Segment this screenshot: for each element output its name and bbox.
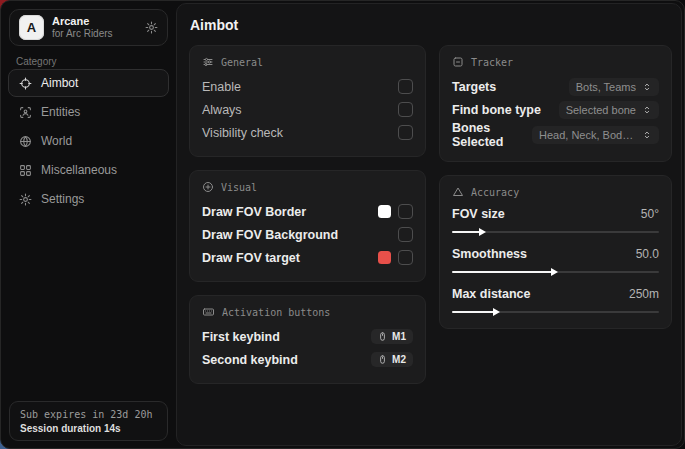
- setting-row-find-bone-type: Find bone type Selected bone: [452, 98, 659, 121]
- setting-row-max-distance: Max distance 250m: [452, 285, 659, 316]
- keyboard-icon: [202, 306, 215, 318]
- mouse-icon: [378, 354, 387, 365]
- crosshair-icon: [19, 77, 32, 90]
- globe-icon: [19, 135, 32, 148]
- sliders-icon: [202, 56, 214, 68]
- sidebar-item-label: Settings: [41, 192, 84, 206]
- setting-row-targets: Targets Bots, Teams: [452, 75, 659, 98]
- unfold-icon: [642, 105, 652, 115]
- unfold-icon: [642, 82, 652, 92]
- bones-selected-dropdown[interactable]: Head, Neck, Body, Fe..: [532, 126, 659, 144]
- sidebar-item-settings[interactable]: Settings: [8, 185, 169, 213]
- always-checkbox[interactable]: [398, 102, 413, 117]
- card-title: Tracker: [471, 57, 513, 68]
- session-duration: Session duration 14s: [20, 423, 157, 434]
- fov-border-color-swatch[interactable]: [378, 205, 391, 218]
- main-panel: Aimbot General Enable Always: [176, 3, 682, 446]
- sidebar-item-label: World: [41, 134, 72, 148]
- smoothness-slider[interactable]: [452, 267, 659, 276]
- tracker-card: Tracker Targets Bots, Teams Find bone ty…: [439, 45, 672, 162]
- column-right: Tracker Targets Bots, Teams Find bone ty…: [439, 45, 672, 329]
- grid-icon: [19, 164, 32, 177]
- mouse-icon: [378, 331, 387, 342]
- smoothness-value: 50.0: [636, 247, 659, 261]
- slider-thumb[interactable]: [551, 268, 558, 276]
- card-title: Visual: [221, 182, 257, 193]
- setting-row-second-keybind: Second keybind M2: [202, 348, 413, 371]
- visual-card: Visual Draw FOV Border Draw FOV Backgrou…: [189, 170, 426, 282]
- second-keybind-button[interactable]: M2: [371, 352, 413, 367]
- sidebar-item-world[interactable]: World: [8, 127, 169, 155]
- general-card: General Enable Always Visibility check: [189, 45, 426, 157]
- subscription-expiry: Sub expires in 23d 20h: [20, 409, 157, 420]
- sidebar-item-entities[interactable]: Entities: [8, 98, 169, 126]
- fov-border-checkbox[interactable]: [398, 204, 413, 219]
- triangle-icon: [452, 186, 464, 198]
- sidebar-nav: Aimbot Entities World: [8, 69, 169, 214]
- setting-row-first-keybind: First keybind M1: [202, 325, 413, 348]
- visibility-check-checkbox[interactable]: [398, 125, 413, 140]
- sidebar: A Arcane for Arc Riders Category Aimbot: [1, 1, 176, 448]
- column-left: General Enable Always Visibility check: [189, 45, 426, 384]
- sidebar-item-label: Entities: [41, 105, 80, 119]
- max-distance-slider[interactable]: [452, 307, 659, 316]
- circle-plus-icon: [202, 181, 214, 193]
- setting-row-fov-background: Draw FOV Background: [202, 223, 413, 246]
- gear-icon: [19, 193, 32, 206]
- fov-target-checkbox[interactable]: [398, 250, 413, 265]
- max-distance-value: 250m: [629, 287, 659, 301]
- fov-size-value: 50°: [641, 207, 659, 221]
- fov-background-checkbox[interactable]: [398, 227, 413, 242]
- fov-size-slider[interactable]: [452, 227, 659, 236]
- activation-card: Activation buttons First keybind M1 Seco…: [189, 295, 426, 384]
- brand-gear-icon[interactable]: [145, 21, 158, 34]
- sidebar-item-label: Miscellaneous: [41, 163, 117, 177]
- square-minus-icon: [452, 56, 464, 68]
- first-keybind-button[interactable]: M1: [371, 329, 413, 344]
- find-bone-type-dropdown[interactable]: Selected bone: [559, 101, 659, 119]
- accuracy-card: Accuracy FOV size 50°: [439, 175, 672, 329]
- subscription-card: Sub expires in 23d 20h Session duration …: [9, 401, 168, 441]
- sidebar-item-miscellaneous[interactable]: Miscellaneous: [8, 156, 169, 184]
- setting-row-smoothness: Smoothness 50.0: [452, 245, 659, 276]
- card-title: Activation buttons: [222, 307, 330, 318]
- app-logo: A: [19, 15, 44, 40]
- sidebar-item-aimbot[interactable]: Aimbot: [8, 69, 169, 97]
- setting-row-fov-border: Draw FOV Border: [202, 200, 413, 223]
- setting-row-bones-selected: Bones Selected Head, Neck, Body, Fe..: [452, 121, 659, 149]
- app-title: Arcane: [52, 15, 137, 28]
- fov-target-color-swatch[interactable]: [378, 251, 391, 264]
- card-title: Accuracy: [471, 187, 519, 198]
- sidebar-item-label: Aimbot: [41, 76, 78, 90]
- enable-checkbox[interactable]: [398, 79, 413, 94]
- app-subtitle: for Arc Riders: [52, 28, 137, 40]
- setting-row-enable: Enable: [202, 75, 413, 98]
- brand-card: A Arcane for Arc Riders: [9, 9, 168, 46]
- desktop: A Arcane for Arc Riders Category Aimbot: [0, 0, 685, 449]
- slider-thumb[interactable]: [493, 308, 500, 316]
- slider-thumb[interactable]: [479, 228, 486, 236]
- card-title: General: [221, 57, 263, 68]
- person-scan-icon: [19, 106, 32, 119]
- targets-dropdown[interactable]: Bots, Teams: [569, 78, 659, 96]
- category-label: Category: [16, 56, 57, 67]
- page-title: Aimbot: [190, 17, 238, 33]
- app-window: A Arcane for Arc Riders Category Aimbot: [0, 0, 685, 449]
- setting-row-always: Always: [202, 98, 413, 121]
- setting-row-fov-target: Draw FOV target: [202, 246, 413, 269]
- setting-row-fov-size: FOV size 50°: [452, 205, 659, 236]
- setting-row-visibility-check: Visibility check: [202, 121, 413, 144]
- unfold-icon: [642, 130, 652, 140]
